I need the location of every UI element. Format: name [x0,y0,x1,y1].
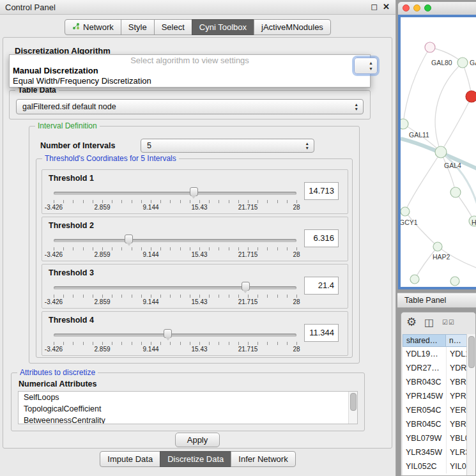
table-cell[interactable]: YBR045C [403,417,446,431]
table-cell[interactable]: YBR0… [446,375,467,389]
scrollbar-thumb[interactable] [350,393,357,411]
list-item[interactable]: BetweennessCentrality [19,415,357,424]
table-cell[interactable]: YBL0… [446,431,467,445]
threshold-value-field[interactable]: 6.316 [304,229,339,247]
table-cell[interactable]: YLR345W [403,445,446,459]
threshold-slider[interactable]: -3.426 2.859 9.144 15.43 21.715 28 [54,329,296,353]
table-cell[interactable]: YBR0… [446,417,467,431]
table-cell[interactable]: YER054C [403,403,446,417]
number-of-intervals-value: 5 [147,141,151,150]
network-node[interactable] [435,146,447,158]
close-traffic-light-icon[interactable] [403,4,410,12]
attributes-listbox[interactable]: SelfLoops TopologicalCoefficient Between… [18,391,358,424]
table-scrollbar[interactable] [466,334,475,475]
minimize-traffic-light-icon[interactable] [413,4,420,12]
thresholds-group: Threshold's Coordinates for 5 Intervals … [36,158,353,358]
slider-thumb[interactable] [164,329,172,338]
attributes-scrollbar[interactable] [348,392,357,424]
node-label: GCY1 [401,219,418,226]
select-columns-icon[interactable]: ☑☑ [442,319,455,326]
network-node[interactable] [425,42,435,52]
table-cell[interactable]: YBL079W [403,431,446,445]
algorithm-option-manual[interactable]: Manual Discretization [10,66,370,76]
threshold-value-field[interactable]: 14.713 [304,182,339,200]
slider-track[interactable] [54,239,296,242]
threshold-slider[interactable]: -3.426 2.859 9.144 15.43 21.715 28 [54,282,296,306]
threshold-slider[interactable]: -3.426 2.859 9.144 15.43 21.715 28 [54,234,296,259]
list-item[interactable]: SelfLoops [19,392,357,403]
slider-thumb[interactable] [190,187,198,196]
slider-thumb[interactable] [125,234,133,243]
table-row[interactable]: YIL052C YIL0… [403,459,467,473]
column-header-name[interactable]: n… [446,334,467,347]
scale-label: 15.43 [191,251,207,258]
slider-track[interactable] [54,334,296,337]
network-node[interactable] [450,187,461,197]
network-node-selected[interactable] [466,91,476,102]
algorithm-option-equal-width[interactable]: Equal Width/Frequency Discretization [10,76,370,86]
slider-track[interactable] [54,286,296,289]
table-row[interactable]: YBL079W YBL0… [403,431,467,445]
columns-icon[interactable]: ◫ [424,316,434,328]
tab-impute-data[interactable]: Impute Data [100,451,160,467]
network-canvas[interactable]: GAL80 GA GAL11 GAL4 GCY1 H HAP2 [401,17,476,287]
table-row[interactable]: YDL19… YDL1… [403,347,467,361]
table-cell[interactable]: YLR3… [446,445,467,459]
table-row[interactable]: YPR145W YPR1… [403,389,467,403]
tab-discretize-data[interactable]: Discretize Data [160,451,231,467]
number-of-intervals-combobox[interactable]: 5 ▲▼ [141,139,314,153]
tab-label: Discretize Data [167,454,224,464]
table-data-combobox[interactable]: galFiltered.sif default node ▲▼ [16,99,364,114]
table-row[interactable]: YBR045C YBR0… [403,417,467,431]
table-cell[interactable]: YIL052C [403,459,446,473]
table-cell[interactable]: YDR27… [403,361,446,375]
node-label: GAL4 [444,162,461,169]
threshold-value-field[interactable]: 11.344 [304,324,339,342]
table-cell[interactable]: YPR1… [446,389,467,403]
table-cell[interactable]: YDL19… [403,347,446,361]
list-item[interactable]: TopologicalCoefficient [19,403,357,415]
gear-icon[interactable]: ⚙ [406,315,417,329]
algorithm-combobox[interactable]: ▲▼ [354,58,378,74]
network-node[interactable] [401,207,410,216]
threshold-value-field[interactable]: 21.4 [304,277,339,295]
network-node[interactable] [450,277,459,286]
tab-jactivemnodules[interactable]: jActiveMNodules [254,19,331,35]
table-row[interactable]: YER054C YER0… [403,403,467,417]
tab-infer-network[interactable]: Infer Network [231,451,295,467]
slider-track[interactable] [54,192,296,195]
tab-label: Cyni Toolbox [199,22,247,32]
minimize-icon[interactable]: ◻ [371,2,378,12]
tab-cyni-toolbox[interactable]: Cyni Toolbox [192,19,254,35]
column-header-shared-name[interactable]: shared… [403,334,446,347]
table-cell[interactable]: YBR043C [403,375,446,389]
interval-definition-group: Interval Definition Number of Intervals … [29,126,360,364]
zoom-traffic-light-icon[interactable] [424,4,431,12]
tab-style[interactable]: Style [121,19,155,35]
tab-network[interactable]: Network [65,19,121,35]
threshold-slider[interactable]: -3.426 2.859 9.144 15.43 21.715 28 [54,187,296,211]
table-row[interactable]: YBR043C YBR0… [403,375,467,389]
table-row[interactable]: YLR345W YLR3… [403,445,467,459]
table-cell[interactable]: YDR2… [446,361,467,375]
table-cell[interactable]: YDL1… [446,347,467,361]
control-panel-titlebar[interactable]: Control Panel ◻ ✕ [0,0,395,15]
combo-stepper-icon: ▲▼ [305,141,309,150]
slider-thumb[interactable] [242,282,250,291]
network-node[interactable] [401,119,408,129]
table-cell[interactable]: YPR145W [403,389,446,403]
close-icon[interactable]: ✕ [383,2,390,12]
tab-label: Impute Data [107,454,153,464]
network-node[interactable] [433,242,442,251]
network-node[interactable] [457,58,468,68]
table-cell[interactable]: YIL0… [446,459,467,473]
table-row[interactable]: YDR27… YDR2… [403,361,467,375]
apply-button[interactable]: Apply [175,433,220,447]
network-node[interactable] [410,275,419,284]
scrollbar-thumb[interactable] [468,336,475,368]
table-panel-header[interactable]: Table Panel [397,293,476,308]
network-window-titlebar[interactable] [398,2,476,15]
slider-scale-labels: -3.426 2.859 9.144 15.43 21.715 28 [54,346,296,353]
tab-select[interactable]: Select [154,19,192,35]
table-cell[interactable]: YER0… [446,403,467,417]
